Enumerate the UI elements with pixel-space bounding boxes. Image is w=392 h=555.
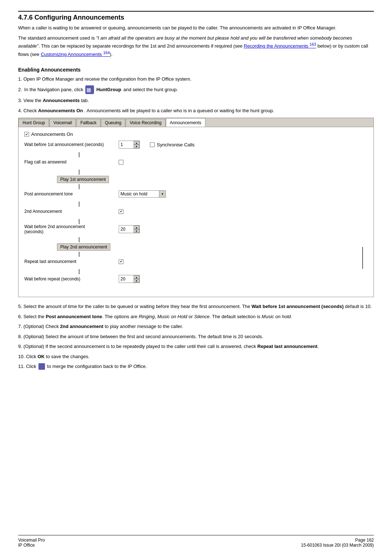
wait-2nd-up[interactable]: ▲ bbox=[134, 226, 139, 229]
post-tone-value: Music on hold bbox=[119, 191, 159, 197]
step-9: 9. (Optional) If the second announcement… bbox=[18, 343, 374, 350]
play-1st-button[interactable]: Play 1st announcement bbox=[57, 176, 109, 183]
wait-repeat-spinner[interactable]: 20 ▲ ▼ bbox=[119, 275, 140, 283]
post-tone-label: Post announcement tone bbox=[24, 191, 119, 197]
step-1: 1. Open IP Office Manager and receive th… bbox=[18, 76, 374, 83]
tab-bar: Hunt Group Voicemail Fallback Queuing Vo… bbox=[19, 118, 373, 127]
wait-repeat-up[interactable]: ▲ bbox=[134, 275, 139, 279]
announcements-on-label: Announcements On bbox=[31, 131, 73, 137]
wait-2nd-label: Wait before 2nd announcement (seconds) bbox=[24, 224, 119, 234]
intro2-end: ). bbox=[110, 52, 113, 57]
wait-repeat-row: Wait before repeat (seconds) 20 ▲ ▼ bbox=[24, 274, 368, 284]
section-heading: Enabling Announcements bbox=[18, 67, 374, 73]
announcements-on-row: Announcements On bbox=[24, 131, 368, 137]
announcements-dialog: Hunt Group Voicemail Fallback Queuing Vo… bbox=[18, 118, 374, 297]
tab-announcements[interactable]: Announcements bbox=[166, 118, 205, 127]
intro2-mid: . This can be replaced by separate recor… bbox=[38, 43, 244, 49]
footer-doc-ref: 15-601063 Issue 20I (03 March 2009) bbox=[301, 543, 374, 548]
merge-icon bbox=[38, 363, 45, 370]
synchronise-calls-checkbox[interactable] bbox=[150, 142, 155, 147]
announcement-2nd-row: 2nd Announcement bbox=[24, 207, 368, 216]
announcement-2nd-checkbox[interactable] bbox=[119, 209, 123, 214]
wait-repeat-input[interactable]: 20 bbox=[119, 275, 134, 283]
wait-repeat-label: Wait before repeat (seconds) bbox=[24, 276, 119, 281]
repeat-last-label: Repeat last announcement bbox=[24, 259, 119, 264]
link-customizing-announcements[interactable]: Customizing Announcements 164 bbox=[41, 52, 110, 57]
tab-hunt-group[interactable]: Hunt Group bbox=[19, 119, 49, 127]
wait-2nd-spinner[interactable]: 20 ▲ ▼ bbox=[119, 225, 140, 233]
footer: Voicemail Pro IP Office Page 162 15-6010… bbox=[18, 535, 374, 548]
wait-repeat-down[interactable]: ▼ bbox=[134, 279, 139, 283]
play-2nd-button[interactable]: Play 2nd announcement bbox=[57, 243, 110, 251]
tab-voice-recording[interactable]: Voice Recording bbox=[126, 119, 165, 127]
step-2: 2. In the Navigation pane, click HuntGro… bbox=[18, 85, 374, 94]
tab-queuing[interactable]: Queuing bbox=[101, 119, 125, 127]
tab-fallback[interactable]: Fallback bbox=[76, 119, 101, 127]
wait-2nd-down[interactable]: ▼ bbox=[134, 229, 139, 233]
wait-1st-up[interactable]: ▲ bbox=[134, 141, 139, 145]
footer-right: Page 162 15-601063 Issue 20I (03 March 2… bbox=[301, 538, 374, 548]
page-title: 4.7.6 Configuring Announcements bbox=[18, 14, 374, 21]
wait-1st-spinner[interactable]: 1 ▲ ▼ bbox=[119, 141, 140, 149]
repeat-last-row: Repeat last announcement bbox=[24, 257, 368, 266]
step-10: 10. Click OK to save the changes. bbox=[18, 353, 374, 360]
step-3: 3. View the Announcements tab. bbox=[18, 97, 374, 104]
footer-product1: Voicemail Pro bbox=[18, 538, 45, 543]
flag-call-label: Flag call as answered bbox=[24, 159, 119, 165]
step-5: 5. Select the amount of time for the cal… bbox=[18, 303, 374, 310]
footer-product2: IP Office bbox=[18, 543, 45, 548]
link-recording-announcements[interactable]: Recording the Announcements 163 bbox=[244, 43, 317, 49]
post-tone-arrow[interactable]: ▼ bbox=[159, 191, 166, 197]
dialog-content: Announcements On Wait before 1st announc… bbox=[19, 127, 373, 297]
footer-page: Page 162 bbox=[301, 538, 374, 543]
wait-2nd-input[interactable]: 20 bbox=[119, 226, 134, 233]
post-tone-row: Post announcement tone Music on hold ▼ bbox=[24, 189, 368, 199]
huntgroup-icon bbox=[85, 85, 94, 94]
footer-left: Voicemail Pro IP Office bbox=[18, 538, 45, 548]
step-7: 7. (Optional) Check 2nd announcement to … bbox=[18, 323, 374, 330]
flag-call-checkbox[interactable] bbox=[119, 160, 123, 165]
wait-1st-down[interactable]: ▼ bbox=[134, 145, 139, 148]
wait-1st-label: Wait before 1st announcement (seconds) bbox=[24, 142, 119, 147]
intro-paragraph-2: The standard announcement used is "I am … bbox=[18, 35, 374, 58]
wait-1st-input[interactable]: 1 bbox=[119, 141, 134, 148]
step-8: 8. (Optional) Select the amount of time … bbox=[18, 333, 374, 340]
step-4: 4. Check Announcements On . Announcement… bbox=[18, 107, 374, 114]
step-11: 11. Click to merge the configuration bac… bbox=[18, 363, 374, 370]
wait-1st-row: Wait before 1st announcement (seconds) 1… bbox=[24, 140, 368, 149]
synchronise-calls-label: Synchronise Calls bbox=[157, 142, 195, 147]
step-6: 6. Select the Post announcement tone. Th… bbox=[18, 313, 374, 320]
announcement-2nd-label: 2nd Announcement bbox=[24, 209, 119, 214]
repeat-last-checkbox[interactable] bbox=[119, 259, 123, 264]
post-tone-dropdown[interactable]: Music on hold ▼ bbox=[119, 190, 166, 198]
flag-call-row: Flag call as answered bbox=[24, 157, 368, 167]
announcements-on-checkbox[interactable] bbox=[24, 132, 29, 137]
intro-paragraph-1: When a caller is waiting to be answered … bbox=[18, 24, 374, 32]
intro2-prefix: The standard announcement used is bbox=[18, 35, 96, 41]
play-1st-row: Play 1st announcement bbox=[57, 176, 368, 183]
tab-voicemail[interactable]: Voicemail bbox=[49, 119, 76, 127]
wait-2nd-row: Wait before 2nd announcement (seconds) 2… bbox=[24, 224, 368, 234]
